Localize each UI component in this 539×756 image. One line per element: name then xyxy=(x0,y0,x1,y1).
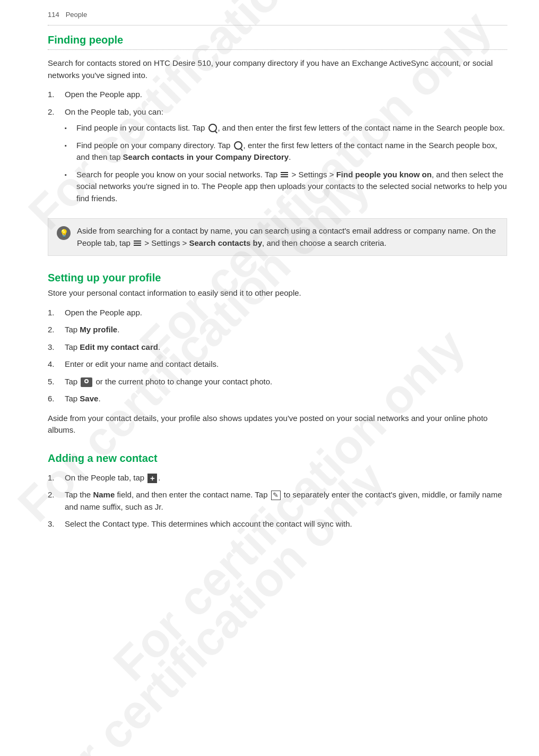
add-step-1: 1. On the People tab, tap +. xyxy=(48,472,507,484)
add-step-2: 2. Tap the Name field, and then enter th… xyxy=(48,489,507,513)
note-box-finding: 💡 Aside from searching for a contact by … xyxy=(48,218,507,256)
bullet-3-marker: ▪ xyxy=(65,170,74,179)
search-icon-2 xyxy=(234,141,242,150)
bullet-1-marker: ▪ xyxy=(65,124,74,133)
finding-people-steps: 1. Open the People app. 2. On the People… xyxy=(48,89,507,210)
profile-step-3-number: 3. xyxy=(48,341,65,354)
page-container: For certification only For certification… xyxy=(0,0,539,756)
finding-people-intro: Search for contacts stored on HTC Desire… xyxy=(48,57,507,81)
note-content: Aside from searching for a contact by na… xyxy=(77,225,498,249)
bullet-1: ▪ Find people in your contacts list. Tap… xyxy=(65,122,507,134)
top-divider xyxy=(48,25,507,25)
profile-step-2-content: Tap My profile. xyxy=(65,324,507,336)
adding-new-contact-steps: 1. On the People tab, tap +. 2. Tap the … xyxy=(48,472,507,530)
bold-search-contacts-by: Search contacts by xyxy=(189,238,262,247)
step-2: 2. On the People tab, you can: ▪ Find pe… xyxy=(48,106,507,210)
bold-find-people: Find people you know on xyxy=(336,170,432,179)
profile-step-4: 4. Enter or edit your name and contact d… xyxy=(48,358,507,371)
bullet-3-content: Search for people you know on your socia… xyxy=(76,169,507,205)
section-finding-people: Finding people Search for contacts store… xyxy=(48,34,507,256)
section-setting-up-profile: Setting up your profile Store your perso… xyxy=(48,272,507,436)
bullet-1-content: Find people in your contacts list. Tap ,… xyxy=(76,122,507,134)
add-step-3: 3. Select the Contact type. This determi… xyxy=(48,518,507,530)
bold-edit-contact-card: Edit my contact card xyxy=(80,342,158,351)
bold-search-contacts: Search contacts in your Company Director… xyxy=(123,152,289,161)
bold-save: Save xyxy=(80,394,98,403)
menu-icon-1 xyxy=(281,172,288,177)
search-icon-1 xyxy=(208,124,217,132)
setting-up-profile-outro: Aside from your contact details, your pr… xyxy=(48,413,507,436)
setting-up-profile-intro: Store your personal contact information … xyxy=(48,287,507,299)
note-icon: 💡 xyxy=(57,226,71,240)
bullet-3: ▪ Search for people you know on your soc… xyxy=(65,169,507,205)
profile-step-5-content: Tap or the current photo to change your … xyxy=(65,376,507,388)
profile-step-6: 6. Tap Save. xyxy=(48,393,507,405)
step-2-number: 2. xyxy=(48,106,65,118)
profile-step-3: 3. Tap Edit my contact card. xyxy=(48,341,507,354)
step-1: 1. Open the People app. xyxy=(48,89,507,101)
step-2-content: On the People tab, you can: ▪ Find peopl… xyxy=(65,106,507,210)
edit-icon: ✎ xyxy=(271,491,281,500)
profile-step-6-content: Tap Save. xyxy=(65,393,507,405)
setting-up-profile-heading: Setting up your profile xyxy=(48,272,507,284)
profile-step-6-number: 6. xyxy=(48,393,65,405)
profile-step-1-number: 1. xyxy=(48,307,65,319)
finding-people-heading: Finding people xyxy=(48,34,507,46)
add-step-3-content: Select the Contact type. This determines… xyxy=(65,518,507,530)
section-adding-new-contact: Adding a new contact 1. On the People ta… xyxy=(48,452,507,530)
bold-name-field: Name xyxy=(93,490,115,499)
bold-my-profile: My profile xyxy=(80,325,117,334)
page-header: 114 People xyxy=(48,11,507,21)
add-step-2-content: Tap the Name field, and then enter the c… xyxy=(65,489,507,513)
bullet-2: ▪ Find people on your company directory.… xyxy=(65,140,507,164)
profile-step-4-number: 4. xyxy=(48,358,65,371)
bullet-list: ▪ Find people in your contacts list. Tap… xyxy=(65,122,507,204)
camera-icon xyxy=(81,377,92,387)
plus-icon: + xyxy=(147,474,157,483)
finding-people-divider xyxy=(48,49,507,50)
adding-new-contact-heading: Adding a new contact xyxy=(48,452,507,465)
profile-step-5-number: 5. xyxy=(48,376,65,388)
page-chapter: People xyxy=(66,11,87,19)
add-step-1-content: On the People tab, tap +. xyxy=(65,472,507,484)
profile-step-3-content: Tap Edit my contact card. xyxy=(65,341,507,354)
page-number: 114 xyxy=(48,11,59,19)
step-1-number: 1. xyxy=(48,89,65,101)
add-step-1-number: 1. xyxy=(48,472,65,484)
profile-step-1: 1. Open the People app. xyxy=(48,307,507,319)
profile-step-2: 2. Tap My profile. xyxy=(48,324,507,336)
profile-step-1-content: Open the People app. xyxy=(65,307,507,319)
bullet-2-content: Find people on your company directory. T… xyxy=(76,140,507,164)
step-1-content: Open the People app. xyxy=(65,89,507,101)
profile-step-4-content: Enter or edit your name and contact deta… xyxy=(65,358,507,371)
add-step-2-number: 2. xyxy=(48,489,65,501)
menu-icon-2 xyxy=(134,240,141,246)
profile-step-5: 5. Tap or the current photo to change yo… xyxy=(48,376,507,388)
add-step-3-number: 3. xyxy=(48,518,65,530)
profile-step-2-number: 2. xyxy=(48,324,65,336)
bullet-2-marker: ▪ xyxy=(65,141,74,150)
setting-up-profile-steps: 1. Open the People app. 2. Tap My profil… xyxy=(48,307,507,405)
